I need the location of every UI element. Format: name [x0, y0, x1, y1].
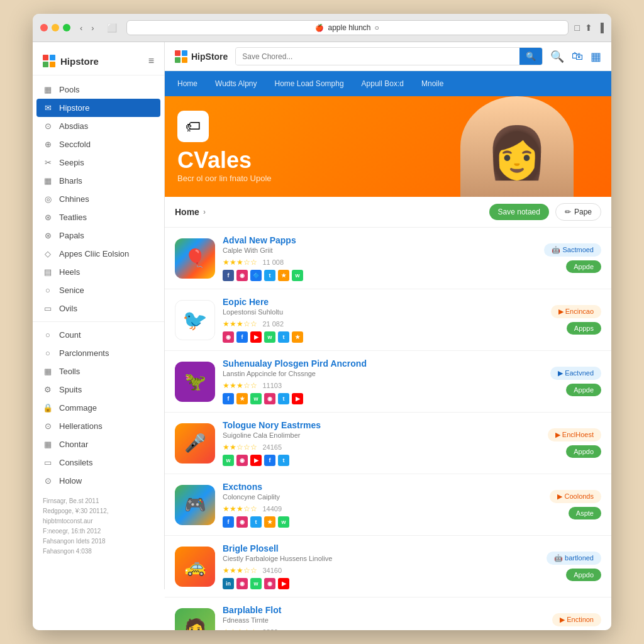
- sidebar-item-absdias[interactable]: ⊙ Absdias: [33, 117, 164, 135]
- address-bar[interactable]: 🍎 apple hlunch ○: [126, 20, 569, 35]
- app-actions: 🤖 Sactmoed Appde: [544, 243, 601, 273]
- extra1-icon: ★: [278, 270, 289, 281]
- install-button[interactable]: Appdo: [566, 569, 601, 581]
- sidebar-item-teolls[interactable]: ▦ Teolls: [33, 362, 164, 380]
- app-name: Brigle Plosell: [223, 543, 539, 553]
- save-button[interactable]: Save notaed: [489, 204, 549, 220]
- sidebar-item-seccfold[interactable]: ⊕ Seccfold: [33, 135, 164, 153]
- header-cart-icon[interactable]: 🛍: [572, 50, 583, 64]
- seccfold-icon: ⊕: [43, 140, 53, 149]
- forward-button[interactable]: ›: [88, 22, 97, 34]
- nav-appull[interactable]: Appull Box:d: [359, 73, 406, 94]
- app-actions: ▶ Coolonds Aspte: [550, 490, 601, 519]
- list-item: 🧑 Barplable Flot Fdneass Tirnte ★★★☆☆ 98…: [165, 597, 611, 630]
- chontar-label: Chontar: [59, 440, 88, 449]
- sidebar-item-commage[interactable]: 🔒 Commage: [33, 399, 164, 417]
- tw-icon: t: [250, 516, 262, 528]
- platform-button[interactable]: 🤖 Sactmoed: [544, 243, 601, 257]
- yt-icon: ▶: [250, 455, 262, 466]
- social-icons: w ◉ ▶ f t: [223, 455, 540, 466]
- nav-home[interactable]: Home: [175, 73, 200, 94]
- search-button[interactable]: 🔍: [519, 48, 542, 65]
- browser-titlebar: ‹ › ⬜ 🍎 apple hlunch ○ □ ⬆ ▐: [33, 14, 611, 42]
- banner-title: CVales: [177, 147, 272, 174]
- ig-icon: ◉: [236, 455, 248, 466]
- nav-home-load[interactable]: Home Load Somphg: [272, 73, 347, 94]
- platform-button[interactable]: ▶ Eactvned: [550, 367, 601, 380]
- header-logo-sq2: [182, 50, 187, 56]
- close-button[interactable]: [40, 24, 48, 31]
- app-rating: ★★☆☆☆ 24165: [223, 441, 540, 452]
- scrollbar-handle[interactable]: ▐: [597, 23, 604, 33]
- install-button[interactable]: Aspte: [569, 507, 601, 519]
- minimize-button[interactable]: [52, 24, 59, 31]
- share-button[interactable]: ⬜: [104, 22, 120, 34]
- social-icons: f ◉ 🔷 t ★ w: [223, 270, 536, 281]
- platform-button[interactable]: ▶ Enctinon: [552, 613, 601, 626]
- appes-label: Appes Cliic Eolsion: [59, 249, 129, 258]
- sidebar-item-chontar[interactable]: ▦ Chontar: [33, 435, 164, 453]
- sidebar-item-papals[interactable]: ⊛ Papals: [33, 226, 164, 245]
- app-actions: 🤖 bartloned Appdo: [547, 552, 601, 581]
- sidebar-item-holow[interactable]: ⊙ Holow: [33, 472, 164, 490]
- bookmark-icon[interactable]: □: [575, 23, 580, 33]
- install-button[interactable]: Appps: [567, 322, 601, 335]
- install-button[interactable]: Appdo: [566, 445, 601, 458]
- sidebar-item-parclonments[interactable]: ○ Parclonments: [33, 344, 164, 362]
- install-button[interactable]: Appde: [566, 260, 601, 273]
- fb2-icon: 🔷: [250, 270, 262, 281]
- sidebar-item-consilets[interactable]: ▭ Consilets: [33, 453, 164, 472]
- sidebar-item-pools[interactable]: ▦ Pools: [33, 80, 164, 99]
- breadcrumb: Home ›: [175, 207, 483, 217]
- review-count: 24165: [262, 443, 282, 451]
- platform-button[interactable]: ▶ EnclHoest: [548, 428, 601, 441]
- spuits-label: Spuits: [59, 385, 82, 394]
- consilets-label: Consilets: [59, 458, 92, 467]
- search-input[interactable]: [236, 48, 519, 65]
- traffic-lights: [40, 24, 70, 31]
- sidebar-item-chhines[interactable]: ◎ Chhines: [33, 190, 164, 208]
- app-desc: Lanstin Appcincle for Chssnge: [223, 370, 543, 377]
- browser-window: ‹ › ⬜ 🍎 apple hlunch ○ □ ⬆ ▐ Hipst: [33, 14, 611, 630]
- footer-line1: Firnsagr, Be.st 2011: [43, 496, 154, 506]
- sidebar-item-hellerations[interactable]: ⊙ Hellerations: [33, 417, 164, 435]
- wa-icon: w: [223, 455, 234, 466]
- app-rating: ★★★☆☆ 11 008: [223, 256, 536, 267]
- nav-wudts[interactable]: Wudts Alpny: [213, 73, 259, 94]
- share-icon[interactable]: ⬆: [585, 23, 592, 33]
- header-menu-icon[interactable]: ▦: [591, 50, 601, 64]
- sidebar-item-appes[interactable]: ◇ Appes Cliic Eolsion: [33, 245, 164, 263]
- sidebar-item-hipstore[interactable]: ✉ Hipstore: [36, 99, 160, 117]
- ig-icon: ◉: [264, 393, 275, 404]
- app-rating: ★★★☆☆ 9820: [223, 626, 545, 630]
- back-button[interactable]: ‹: [77, 22, 86, 34]
- review-count: 14409: [262, 505, 282, 513]
- install-button[interactable]: Appde: [566, 384, 601, 396]
- hamburger-icon[interactable]: ≡: [148, 55, 154, 67]
- app-thumbnail: 🧑: [175, 608, 215, 631]
- app-info: Brigle Plosell Ciestly Farbaloige Hussen…: [223, 543, 539, 589]
- teatlies-icon: ⊛: [43, 213, 53, 222]
- nav-mnoile[interactable]: Mnoile: [419, 73, 446, 94]
- sidebar-item-ovils[interactable]: ▭ Ovils: [33, 299, 164, 318]
- platform-button[interactable]: 🤖 bartloned: [547, 552, 601, 565]
- sidebar-item-seepis[interactable]: ✂ Seepis: [33, 153, 164, 172]
- app-desc: Fdneass Tirnte: [223, 616, 545, 624]
- page-actions: Home › Save notaed ✏ Pape: [165, 197, 611, 228]
- page-button[interactable]: ✏ Pape: [555, 203, 601, 221]
- sidebar-item-count[interactable]: ○ Count: [33, 326, 164, 344]
- sidebar-item-spuits[interactable]: ⚙ Spuits: [33, 380, 164, 399]
- platform-button[interactable]: ▶ Coolonds: [550, 490, 601, 503]
- sidebar-item-bharls[interactable]: ▦ Bharls: [33, 172, 164, 190]
- platform-button[interactable]: ▶ Encincao: [551, 305, 601, 318]
- li-icon: in: [223, 578, 234, 589]
- wa-icon: w: [278, 516, 289, 528]
- header-search-icon[interactable]: 🔍: [550, 50, 564, 64]
- sidebar-item-teatlies[interactable]: ⊛ Teatlies: [33, 208, 164, 226]
- papals-icon: ⊛: [43, 231, 53, 240]
- search-bar[interactable]: 🔍: [235, 47, 543, 65]
- sidebar-item-senice[interactable]: ○ Senice: [33, 281, 164, 299]
- maximize-button[interactable]: [63, 24, 70, 31]
- social-icons: f ★ w ◉ t ▶: [223, 393, 543, 404]
- sidebar-item-heels[interactable]: ▤ Heels: [33, 263, 164, 281]
